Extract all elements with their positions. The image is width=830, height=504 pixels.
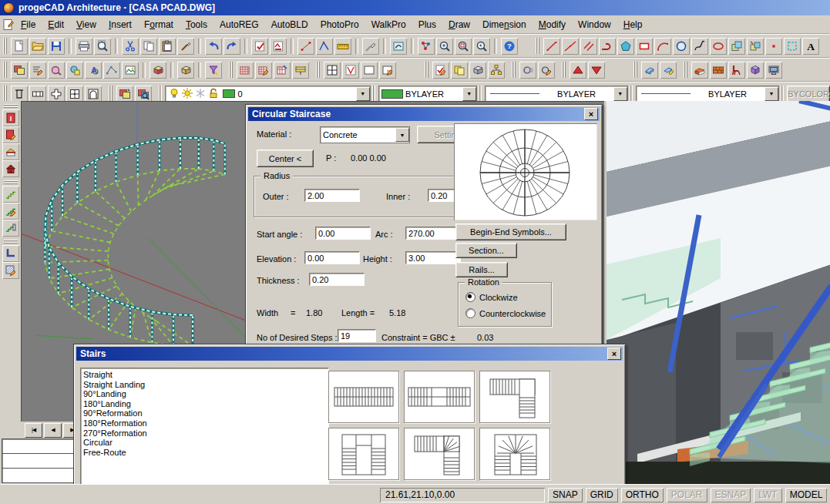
toolbar-grip[interactable]: [630, 86, 633, 102]
layers-zoom-button[interactable]: [135, 86, 152, 102]
toolbar-grip[interactable]: [159, 86, 162, 102]
paste-button[interactable]: [159, 38, 176, 55]
menu-dimension[interactable]: Dimension: [476, 17, 533, 32]
layers-red-button[interactable]: [116, 86, 133, 102]
block-copy-button[interactable]: [451, 62, 468, 79]
image-attach-button[interactable]: [122, 62, 139, 79]
stair-iso-edit-button[interactable]: [2, 203, 19, 220]
toggle-ortho[interactable]: ORTHO: [621, 488, 664, 502]
double-line-button[interactable]: [580, 38, 597, 55]
menu-modify[interactable]: Modify: [533, 17, 572, 32]
text-explorer-button[interactable]: A: [85, 62, 102, 79]
first-tab-button[interactable]: |◀: [25, 423, 42, 438]
toolbar-grip[interactable]: [109, 86, 113, 102]
toggle-polar[interactable]: POLAR: [667, 488, 707, 502]
new-button[interactable]: [11, 38, 28, 55]
menu-autobld[interactable]: AutoBLD: [265, 17, 314, 32]
rectangle-button[interactable]: [636, 38, 653, 55]
menu-photopro[interactable]: PhotoPro: [314, 17, 365, 32]
menu-file[interactable]: File: [15, 17, 42, 32]
menu-window[interactable]: Window: [572, 17, 617, 32]
lineweight-combo[interactable]: BYLAYER ▼: [636, 86, 779, 102]
undo-button[interactable]: [205, 38, 222, 55]
toggle-grid[interactable]: GRID: [586, 488, 618, 502]
redline-sheet-button[interactable]: [270, 38, 287, 55]
toolbar-grip[interactable]: [3, 86, 7, 102]
stair-thumb-straight-landing[interactable]: [404, 371, 475, 423]
toolbar-grip[interactable]: [425, 62, 428, 78]
distance-button[interactable]: [297, 38, 314, 55]
menu-insert[interactable]: Insert: [102, 17, 138, 32]
roof-button[interactable]: [2, 143, 19, 160]
zoom-previous-button[interactable]: [473, 38, 490, 55]
counterclockwise-radio[interactable]: Counterclockwise: [465, 308, 546, 318]
hatch-edit-button[interactable]: [2, 262, 19, 279]
block-explorer-button[interactable]: [66, 62, 83, 79]
eraser-3d-button[interactable]: [641, 62, 658, 79]
furn-cabinet-button[interactable]: [747, 62, 764, 79]
menu-edit[interactable]: Edit: [42, 17, 70, 32]
toolbar-grip[interactable]: [4, 240, 18, 244]
stair-iso-button[interactable]: [2, 186, 19, 203]
cam-view-button[interactable]: [519, 62, 536, 79]
prev-tab-button[interactable]: ◀: [44, 423, 62, 438]
spline-button[interactable]: [691, 38, 708, 55]
bycolor-button[interactable]: BYCOLOR: [787, 86, 830, 102]
stair-thumb-reform-90[interactable]: [404, 428, 475, 480]
eraser-edit-button[interactable]: [660, 62, 677, 79]
open-box-button[interactable]: [177, 62, 194, 79]
point-button[interactable]: [765, 38, 782, 55]
stairs-list-item[interactable]: 270°Reformation: [83, 428, 328, 438]
block-3d-button[interactable]: [469, 62, 486, 79]
ellipse-button[interactable]: [710, 38, 727, 55]
stairs-list-item[interactable]: 90°Reformation: [83, 408, 328, 418]
toolbar-grip[interactable]: [633, 62, 637, 78]
print-preview-button[interactable]: [94, 38, 111, 55]
begin-end-symbols-button[interactable]: Begin-End Symbols...: [455, 223, 566, 240]
toggle-snap[interactable]: SNAP: [548, 488, 583, 502]
arc-input[interactable]: [405, 227, 461, 240]
save-button[interactable]: [48, 38, 65, 55]
material-combo[interactable]: Concrete ▼: [320, 126, 410, 143]
stairs-type-list[interactable]: StraightStraight Landing90°Landing180°La…: [80, 368, 329, 485]
stairs-list-item[interactable]: Free-Route: [83, 448, 328, 458]
furn-sofa-button[interactable]: [691, 62, 708, 79]
circular-staircase-titlebar[interactable]: Circular Staircase ×: [248, 107, 600, 121]
redo-button[interactable]: [223, 38, 240, 55]
column-red-edit-button[interactable]: [2, 126, 19, 143]
column-plan-button[interactable]: [11, 86, 28, 102]
circle-button[interactable]: [673, 38, 690, 55]
cam-edit-button[interactable]: [538, 62, 555, 79]
linetype-explorer-button[interactable]: [29, 62, 46, 79]
close-icon[interactable]: ×: [607, 348, 621, 360]
block-tree-button[interactable]: [488, 62, 505, 79]
stair-thumb-landing-180[interactable]: [328, 428, 399, 480]
toolbar-grip[interactable]: [781, 86, 784, 102]
arc-button[interactable]: [654, 38, 671, 55]
toolbar-grip[interactable]: [3, 38, 7, 54]
menu-tools[interactable]: Tools: [180, 17, 213, 32]
zoom-window-button[interactable]: [455, 38, 472, 55]
polyline-button[interactable]: [599, 38, 616, 55]
stair-thumb-landing-90[interactable]: [479, 371, 550, 423]
sun-icon[interactable]: [181, 87, 194, 101]
polygon-button[interactable]: [617, 38, 634, 55]
steps-input[interactable]: [338, 329, 376, 342]
window-blank-button[interactable]: [361, 62, 378, 79]
stairs-list-item[interactable]: Straight: [83, 370, 328, 380]
toolbar-grip[interactable]: [372, 86, 375, 102]
elevation-input[interactable]: [304, 251, 360, 264]
height-input[interactable]: [405, 251, 461, 264]
rails-button[interactable]: Rails...: [455, 262, 508, 277]
house-button[interactable]: [2, 160, 19, 177]
grid-cell-button[interactable]: [66, 86, 83, 102]
toolbar-grip[interactable]: [4, 180, 18, 184]
beam-plan-button[interactable]: [29, 86, 46, 102]
menu-plus[interactable]: Plus: [412, 17, 442, 32]
l-profile-button[interactable]: [2, 245, 19, 262]
toolbar-grip[interactable]: [229, 62, 233, 78]
start-angle-input[interactable]: [315, 227, 371, 240]
spell-sheet-button[interactable]: [251, 38, 268, 55]
stair-thumb-straight[interactable]: [328, 371, 399, 423]
toggle-model[interactable]: MODEL: [785, 488, 828, 502]
